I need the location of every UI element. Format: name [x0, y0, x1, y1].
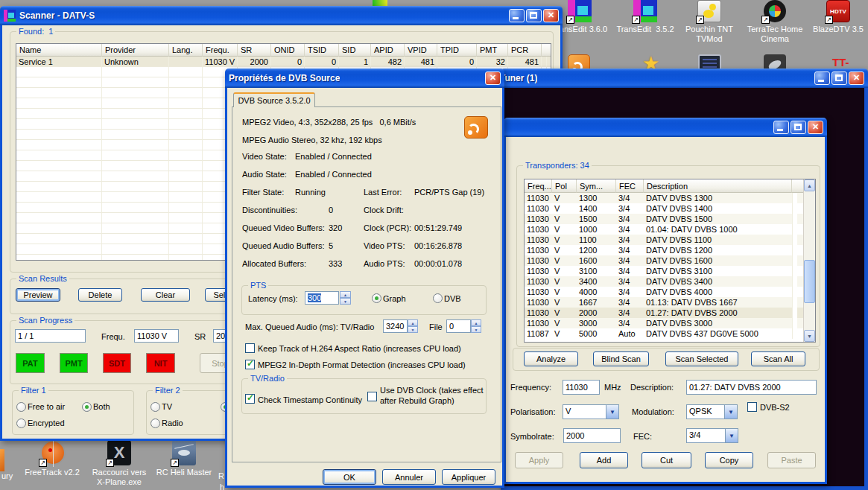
paste-button[interactable]: Paste: [767, 452, 816, 468]
desktop-icon-partial-left[interactable]: [0, 449, 4, 471]
partial-icon-label: h: [220, 483, 224, 490]
transponder-row[interactable]: 11030V 16003/4 DATV DVBS 1600: [525, 255, 803, 266]
cut-button[interactable]: Cut: [642, 452, 691, 468]
transponder-row[interactable]: 11030V 12003/4 DATV DVBS 1200: [525, 245, 803, 255]
transponder-row[interactable]: 11030V 16673/4 01.13: DATV DVBS 1667: [525, 297, 803, 308]
transponder-row[interactable]: 11030V 15003/4 DATV DVBS 1500: [525, 214, 803, 224]
h264-aspect-checkbox[interactable]: [245, 343, 255, 353]
tab-dvb-source[interactable]: DVB Source 3.5.2.0: [233, 92, 315, 107]
apply-button[interactable]: Apply: [515, 452, 563, 468]
cancel-button[interactable]: Annuler: [382, 469, 436, 485]
modulation-select[interactable]: QPSK ▼: [686, 404, 738, 419]
desktop-icon-pouchin[interactable]: ↗ Pouchin TNT TVMod: [677, 0, 741, 44]
transponders-list-header[interactable]: Freq... Pol Sym... FEC Description: [525, 179, 815, 193]
desktop-icon-freetrack[interactable]: ↗ FreeTrack v2.2: [20, 440, 84, 477]
shortcut-arrow-icon: ↗: [825, 16, 833, 24]
scan-selected-button[interactable]: Scan Selected: [665, 351, 738, 366]
transponder-row[interactable]: 11030V 10003/4 01.04: DATV DVBS 1000: [525, 224, 803, 235]
desktop-icon-rcheli[interactable]: ↗ RC Heli Master: [152, 440, 216, 477]
minimize-button[interactable]: [509, 9, 525, 22]
file-field[interactable]: 0: [446, 319, 471, 333]
scroll-down-icon[interactable]: ▼: [804, 330, 815, 342]
tvradio-label: TV/Radio: [248, 374, 287, 383]
desktop-icon-blazedtv[interactable]: HDTV ↗ BlazeDTV 3.5: [808, 0, 868, 34]
progress-field[interactable]: 1 / 1: [15, 329, 86, 343]
preview-button[interactable]: Preview: [16, 288, 60, 302]
scanner-titlebar[interactable]: Scanner - DATV-S: [0, 6, 563, 25]
transponders-list[interactable]: Freq... Pol Sym... FEC Description 11030…: [524, 179, 816, 343]
timestamp-continuity-checkbox[interactable]: [245, 394, 255, 404]
pts-label: PTS: [248, 281, 268, 290]
pts-graph-radio[interactable]: [372, 293, 381, 303]
transponder-row[interactable]: 11030V 13003/4 DATV DVBS 1300: [525, 193, 803, 203]
dvb-dialog-titlebar[interactable]: Propriétés de DVB Source: [225, 69, 504, 88]
desktop-icon-terratec[interactable]: ↗ TerraTec Home Cinema: [743, 0, 807, 44]
blind-scan-button[interactable]: Blind Scan: [593, 351, 649, 366]
transponder-row[interactable]: 11030V 20003/4 01.27: DATV DVBS 2000: [525, 308, 803, 318]
tuner-titlebar[interactable]: Tuner (1): [501, 69, 868, 88]
freq-field[interactable]: 11030 V: [134, 329, 179, 343]
frequency-field[interactable]: 11030: [563, 380, 600, 395]
max-queued-audio-field[interactable]: 3240: [383, 319, 408, 333]
services-list-header[interactable]: Name Provider Lang. Frequ. SR ONID TSID …: [16, 44, 551, 57]
maximize-button[interactable]: [831, 71, 847, 85]
symbolrate-field[interactable]: 2000: [563, 428, 621, 443]
maximize-button[interactable]: [526, 9, 542, 22]
scroll-thumb[interactable]: [804, 260, 815, 303]
freetrack-icon: ↗: [40, 440, 64, 465]
chevron-down-icon[interactable]: ▼: [725, 429, 738, 442]
file-stepper[interactable]: ▲▼: [471, 319, 481, 333]
scroll-up-icon[interactable]: ▲: [804, 179, 815, 191]
max-queued-audio-stepper[interactable]: ▲▼: [408, 319, 418, 333]
desktop-icon-sliver: [373, 0, 387, 6]
transponder-row[interactable]: 11030V 40003/4 DATV DVBS 4000: [525, 287, 803, 297]
icon-label: TerraTec Home: [743, 25, 807, 34]
transponder-row[interactable]: 11030V 11003/4 DATV DVBS 1100: [525, 235, 803, 245]
minimize-button[interactable]: [814, 71, 830, 85]
transponder-row[interactable]: 11087V 5000Auto DATV DVBS 437 DG0VE 5000: [525, 328, 803, 339]
filter2-tv-radio[interactable]: [151, 402, 160, 412]
add-button[interactable]: Add: [580, 452, 628, 468]
tuner-dialog-titlebar[interactable]: [504, 118, 827, 137]
desktop-icon-xplane[interactable]: X ↗ Raccourci vers X-Plane.exe: [87, 440, 151, 487]
polarisation-select[interactable]: V ▼: [563, 404, 619, 419]
fec-select[interactable]: 3/4 ▼: [686, 428, 738, 443]
pts-dvb-radio[interactable]: [433, 293, 443, 303]
icon-label: TVMod: [677, 34, 741, 44]
transponder-row[interactable]: 11030V 34003/4 DATV DVBS 3400: [525, 276, 803, 287]
chevron-down-icon[interactable]: ▼: [724, 405, 737, 419]
description-field[interactable]: 01.27: DATV DVBS 2000: [686, 380, 817, 395]
status-row: Audio PTS:00:00:01.078: [364, 259, 484, 277]
filter1-both-radio[interactable]: [82, 402, 92, 412]
buffer-rows: Discontinuities:0Queued Video Buffers:32…: [242, 206, 342, 277]
icon-label: FreeTrack v2.2: [20, 468, 84, 477]
close-button[interactable]: [543, 9, 559, 22]
close-button[interactable]: [485, 71, 501, 85]
analyze-button[interactable]: Analyze: [524, 351, 578, 366]
transponder-row[interactable]: 11030V 31003/4 DATV DVBS 3100: [525, 266, 803, 276]
use-dvb-clock-checkbox[interactable]: [367, 392, 377, 401]
latency-field[interactable]: 300: [305, 291, 339, 305]
table-row[interactable]: Service 1Unknown 11030 V 20000 01 482481…: [16, 57, 551, 67]
filter1-free-to-air-radio[interactable]: [16, 402, 26, 412]
filter2-radio-radio[interactable]: [151, 419, 160, 428]
scan-all-button[interactable]: Scan All: [751, 351, 805, 366]
transponder-row[interactable]: 11030V 14003/4 DATV DVBS 1400: [525, 203, 803, 214]
dvbs2-checkbox[interactable]: [747, 402, 757, 412]
minimize-button[interactable]: [773, 121, 789, 134]
copy-button[interactable]: Copy: [705, 452, 753, 468]
close-button[interactable]: [849, 71, 864, 85]
latency-stepper[interactable]: ▲▼: [340, 291, 351, 305]
maximize-button[interactable]: [791, 121, 806, 134]
chevron-down-icon[interactable]: ▼: [606, 405, 618, 419]
clear-button[interactable]: Clear: [141, 288, 190, 302]
delete-button[interactable]: Delete: [78, 288, 122, 302]
filter1-encrypted-radio[interactable]: [16, 419, 26, 428]
mpeg2-indepth-checkbox[interactable]: [245, 360, 255, 369]
close-button[interactable]: [808, 121, 823, 134]
desktop-icon-transedit-352[interactable]: ↗ TransEdit 3.5.2: [613, 0, 677, 34]
apply-button[interactable]: Appliquer: [442, 469, 495, 485]
scrollbar[interactable]: ▲ ▼: [803, 179, 815, 342]
transponder-row[interactable]: 11030V 30003/4 DATV DVBS 3000: [525, 318, 803, 328]
ok-button[interactable]: OK: [323, 469, 376, 485]
